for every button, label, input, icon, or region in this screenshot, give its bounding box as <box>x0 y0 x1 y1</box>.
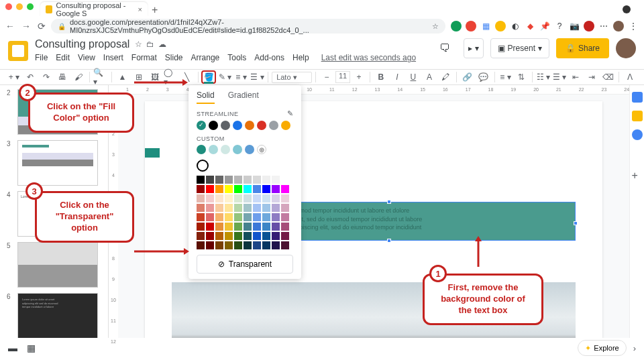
ext-icon-9[interactable]: 📷 <box>569 21 580 32</box>
color-swatch[interactable] <box>215 185 223 193</box>
color-swatch[interactable] <box>272 232 280 240</box>
maximize-window[interactable] <box>27 3 34 10</box>
menu-help[interactable]: Help <box>292 53 309 62</box>
ext-icon-10[interactable] <box>584 21 594 32</box>
custom-color-swatch[interactable] <box>221 145 230 154</box>
select-tool[interactable]: ▲ <box>115 70 130 84</box>
color-swatch[interactable] <box>253 185 261 193</box>
theme-color-swatch[interactable] <box>245 121 254 130</box>
color-swatch[interactable] <box>262 213 270 221</box>
color-swatch[interactable] <box>281 241 289 249</box>
explore-button[interactable]: ✦Explore <box>578 340 626 356</box>
color-swatch[interactable] <box>272 194 280 202</box>
color-swatch[interactable] <box>225 241 233 249</box>
address-bar[interactable]: 🔒 docs.google.com/presentation/d/1fniI24… <box>51 19 445 34</box>
color-swatch[interactable] <box>197 194 205 202</box>
color-swatch[interactable] <box>215 176 223 184</box>
color-swatch[interactable] <box>262 223 270 231</box>
color-swatch[interactable] <box>253 204 261 212</box>
menu-insert[interactable]: Insert <box>103 53 123 62</box>
comment-history-icon[interactable]: 🗨 <box>433 38 457 58</box>
list-numbered-button[interactable]: ☷ ▾ <box>536 70 551 84</box>
transparent-button[interactable]: ⊘Transparent <box>197 255 293 274</box>
back-icon[interactable]: ← <box>5 21 15 32</box>
color-swatch[interactable] <box>253 241 261 249</box>
grid-view-icon[interactable]: ▦ <box>27 343 36 353</box>
color-swatch[interactable] <box>215 194 223 202</box>
color-swatch[interactable] <box>234 223 242 231</box>
color-swatch[interactable] <box>244 223 252 231</box>
comment-button[interactable]: 💬 <box>476 70 491 84</box>
color-swatch[interactable] <box>253 223 261 231</box>
color-swatch[interactable] <box>272 213 280 221</box>
ext-icon-1[interactable] <box>451 21 462 32</box>
undo-button[interactable]: ↶ <box>23 70 38 84</box>
menu-edit[interactable]: Edit <box>56 53 70 62</box>
list-bulleted-button[interactable]: ☰ ▾ <box>552 70 567 84</box>
close-window[interactable] <box>5 3 12 10</box>
color-swatch[interactable] <box>215 223 223 231</box>
ext-icon-7[interactable]: 📌 <box>539 21 550 32</box>
color-swatch[interactable] <box>197 223 205 231</box>
browser-tab[interactable]: Consulting proposal - Google S × <box>40 2 148 17</box>
color-swatch[interactable] <box>206 204 214 212</box>
color-swatch[interactable] <box>234 213 242 221</box>
color-swatch[interactable] <box>244 176 252 184</box>
custom-color-swatch[interactable] <box>245 145 254 154</box>
color-swatch[interactable] <box>262 204 270 212</box>
color-swatch[interactable] <box>206 232 214 240</box>
menu-file[interactable]: File <box>35 53 48 62</box>
color-swatch[interactable] <box>206 223 214 231</box>
font-selector[interactable]: Lato ▾ <box>272 72 312 83</box>
resize-handle[interactable] <box>574 221 578 225</box>
ext-icon-4[interactable] <box>495 21 506 32</box>
new-tab-button[interactable]: + <box>152 4 158 16</box>
color-swatch[interactable] <box>234 204 242 212</box>
cloud-icon[interactable]: ☁ <box>158 40 166 49</box>
color-swatch[interactable] <box>281 204 289 212</box>
color-swatch[interactable] <box>197 241 205 249</box>
zoom-button[interactable]: 🔍 ▾ <box>93 70 108 84</box>
slide-thumbnail[interactable]: 3 <box>7 140 101 186</box>
color-swatch[interactable] <box>262 241 270 249</box>
slideshow-dropdown[interactable]: ▸ ▾ <box>464 38 483 58</box>
color-swatch[interactable] <box>225 213 233 221</box>
ext-icon-11[interactable]: ⋯ <box>598 21 609 32</box>
color-swatch[interactable] <box>244 241 252 249</box>
color-swatch[interactable] <box>253 232 261 240</box>
clear-format-button[interactable]: ⌫ <box>600 70 615 84</box>
no-color-swatch[interactable] <box>197 160 209 172</box>
menu-view[interactable]: View <box>78 53 95 62</box>
color-swatch[interactable] <box>215 232 223 240</box>
theme-color-swatch[interactable] <box>221 121 230 130</box>
bookmark-star-icon[interactable]: ☆ <box>432 22 439 31</box>
ext-icon-8[interactable]: ? <box>554 21 565 32</box>
color-swatch[interactable] <box>206 241 214 249</box>
color-swatch[interactable] <box>272 176 280 184</box>
new-slide-button[interactable]: + ▾ <box>7 70 21 84</box>
line-spacing-button[interactable]: ⇅ <box>514 70 529 84</box>
color-swatch[interactable] <box>225 176 233 184</box>
color-swatch[interactable] <box>253 194 261 202</box>
color-swatch[interactable] <box>234 241 242 249</box>
custom-color-swatch[interactable] <box>209 145 218 154</box>
color-swatch[interactable] <box>262 232 270 240</box>
edit-theme-icon[interactable]: ✎ <box>287 109 294 118</box>
fill-color-button[interactable]: 🪣 <box>201 70 216 84</box>
theme-color-swatch[interactable] <box>197 121 206 130</box>
keep-addon-icon[interactable] <box>632 111 643 121</box>
color-swatch[interactable] <box>281 232 289 240</box>
indent-increase-button[interactable]: ⇥ <box>584 70 599 84</box>
theme-color-swatch[interactable] <box>233 121 242 130</box>
last-edit-link[interactable]: Last edit was seconds ago <box>321 53 416 62</box>
tasks-addon-icon[interactable] <box>632 129 643 140</box>
color-swatch[interactable] <box>244 204 252 212</box>
add-addon-icon[interactable]: + <box>632 170 643 180</box>
gradient-tab[interactable]: Gradient <box>228 91 259 104</box>
theme-color-swatch[interactable] <box>269 121 278 130</box>
color-swatch[interactable] <box>225 223 233 231</box>
resize-handle[interactable] <box>387 239 391 243</box>
text-color-button[interactable]: A <box>422 70 437 84</box>
highlight-button[interactable]: 🖍 <box>438 70 453 84</box>
close-tab-icon[interactable]: × <box>138 5 142 13</box>
